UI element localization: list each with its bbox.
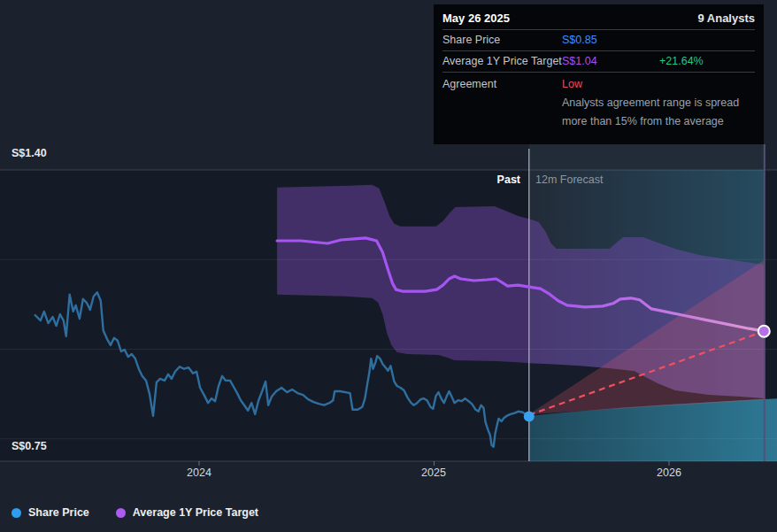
x-axis-label-2026: 2026: [657, 466, 681, 479]
price-target-dot-icon: [116, 508, 126, 518]
legend-item-share-price[interactable]: Share Price: [12, 506, 89, 519]
legend-price-target-label: Average 1Y Price Target: [133, 506, 258, 519]
share-price-value: S$0.85: [562, 32, 659, 48]
tooltip-row-share-price: Share Price S$0.85: [442, 30, 755, 51]
y-axis-label-min: S$0.75: [12, 440, 47, 452]
x-axis-label-2025: 2025: [421, 466, 446, 479]
hover-tooltip: May 26 2025 9 Analysts Share Price S$0.8…: [434, 4, 764, 144]
agreement-note: Analysts agreement range is spread more …: [562, 94, 755, 131]
price-target-label: Average 1Y Price Target: [442, 53, 562, 69]
price-target-value: S$1.04: [562, 53, 659, 69]
legend-share-price-label: Share Price: [28, 506, 89, 519]
analyst-price-target-chart: S$1.40 S$0.75 Past 12m Forecast 2024 202…: [0, 0, 777, 532]
agreement-value: Low: [562, 76, 659, 92]
y-axis-label-max: S$1.40: [12, 147, 47, 159]
agreement-label: Agreement: [442, 76, 562, 92]
past-section-label: Past: [414, 173, 520, 186]
price-target-change: +21.64%: [659, 53, 704, 69]
x-axis-label-2024: 2024: [187, 466, 212, 479]
tooltip-row-price-target: Average 1Y Price Target S$1.04 +21.64%: [442, 51, 755, 73]
forecast-section-label: 12m Forecast: [535, 173, 603, 186]
chart-legend: Share Price Average 1Y Price Target: [12, 506, 258, 519]
tooltip-row-agreement: Agreement Low Analysts agreement range i…: [442, 73, 755, 134]
share-price-label: Share Price: [442, 32, 562, 48]
tooltip-date: May 26 2025: [442, 12, 510, 25]
share-price-dot-icon: [12, 508, 21, 518]
tooltip-analyst-count: 9 Analysts: [697, 12, 755, 25]
tooltip-header: May 26 2025 9 Analysts: [442, 4, 755, 30]
legend-item-price-target[interactable]: Average 1Y Price Target: [116, 506, 258, 519]
